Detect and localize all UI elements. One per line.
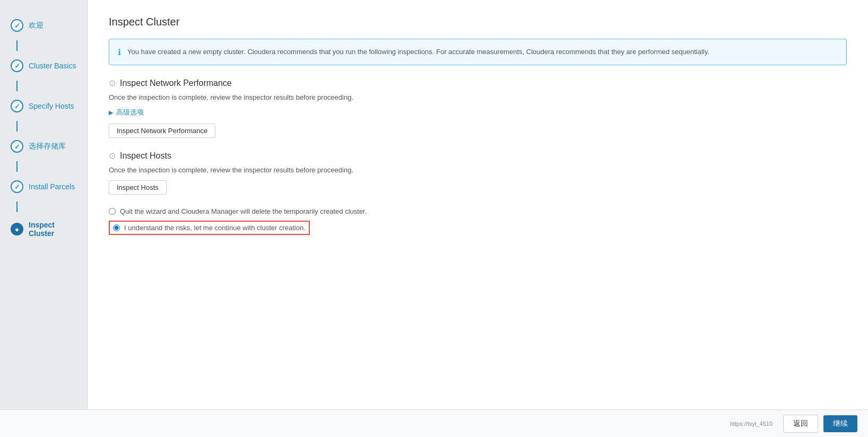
sidebar-item-welcome[interactable]: ✓ 欢迎 (0, 11, 87, 40)
sidebar-connector-1 (16, 40, 18, 51)
sidebar-label-inspect-cluster: Inspect Cluster (29, 221, 76, 238)
sidebar-label-install-parcels: Install Parcels (29, 182, 75, 191)
sidebar-item-select-storage[interactable]: ✓ 选择存储库 (0, 132, 87, 161)
step-circle-cluster-basics: ✓ (11, 59, 23, 72)
sidebar-label-specify-hosts: Specify Hosts (29, 102, 74, 110)
section-hosts: ⊙ Inspect Hosts Once the inspection is c… (109, 151, 847, 195)
radio-continue[interactable] (113, 224, 120, 231)
section-network-title: ⊙ Inspect Network Performance (109, 78, 847, 88)
network-title-text: Inspect Network Performance (120, 78, 232, 88)
hosts-title-text: Inspect Hosts (120, 151, 171, 161)
step-circle-select-storage: ✓ (11, 140, 23, 153)
info-banner-text: You have created a new empty cluster. Cl… (127, 47, 709, 57)
step-circle-install-parcels: ✓ (11, 180, 23, 193)
sidebar-connector-4 (16, 161, 18, 172)
radio-continue-highlight: I understand the risks, let me continue … (109, 221, 310, 235)
inspect-network-button[interactable]: Inspect Network Performance (109, 124, 215, 138)
sidebar-item-cluster-basics[interactable]: ✓ Cluster Basics (0, 51, 87, 81)
radio-option-quit[interactable]: Quit the wizard and Cloudera Manager wil… (109, 207, 847, 215)
sidebar-item-install-parcels[interactable]: ✓ Install Parcels (0, 172, 87, 202)
sidebar-label-welcome: 欢迎 (29, 21, 44, 30)
radio-quit[interactable] (109, 208, 116, 215)
url-hint: https://txyl_4510 (730, 421, 772, 427)
main-content: Inspect Cluster ℹ You have created a new… (88, 0, 868, 409)
sidebar: ✓ 欢迎 ✓ Cluster Basics ✓ Specify Hosts ✓ … (0, 0, 88, 409)
sidebar-label-cluster-basics: Cluster Basics (29, 62, 76, 70)
advanced-options-toggle[interactable]: ▶ 高级选项 (109, 108, 847, 117)
hosts-title-icon: ⊙ (109, 151, 116, 161)
step-circle-inspect-cluster: ● (11, 223, 23, 235)
sidebar-connector-5 (16, 202, 18, 212)
sidebar-item-inspect-cluster[interactable]: ● Inspect Cluster (0, 212, 87, 246)
footer: https://txyl_4510 返回 继续 (0, 409, 868, 437)
risk-options: Quit the wizard and Cloudera Manager wil… (109, 207, 847, 235)
continue-button[interactable]: 继续 (823, 415, 857, 432)
sidebar-item-specify-hosts[interactable]: ✓ Specify Hosts (0, 91, 87, 121)
sidebar-connector-3 (16, 121, 18, 132)
chevron-right-icon: ▶ (109, 109, 113, 116)
back-button[interactable]: 返回 (783, 415, 818, 433)
sidebar-label-select-storage: 选择存储库 (29, 142, 66, 151)
page-title: Inspect Cluster (109, 16, 847, 28)
radio-continue-label: I understand the risks, let me continue … (124, 224, 306, 232)
radio-option-continue[interactable]: I understand the risks, let me continue … (113, 224, 306, 232)
section-hosts-title: ⊙ Inspect Hosts (109, 151, 847, 161)
radio-quit-label: Quit the wizard and Cloudera Manager wil… (120, 207, 367, 215)
inspect-hosts-button[interactable]: Inspect Hosts (109, 180, 167, 195)
network-title-icon: ⊙ (109, 78, 116, 88)
info-banner: ℹ You have created a new empty cluster. … (109, 39, 847, 65)
info-icon: ℹ (118, 47, 121, 57)
hosts-desc: Once the inspection is complete, review … (109, 166, 847, 174)
network-desc: Once the inspection is complete, review … (109, 93, 847, 101)
step-circle-specify-hosts: ✓ (11, 100, 23, 112)
sidebar-connector-2 (16, 81, 18, 91)
advanced-options-label: 高级选项 (116, 108, 144, 117)
section-network: ⊙ Inspect Network Performance Once the i… (109, 78, 847, 138)
step-circle-welcome: ✓ (11, 19, 23, 32)
